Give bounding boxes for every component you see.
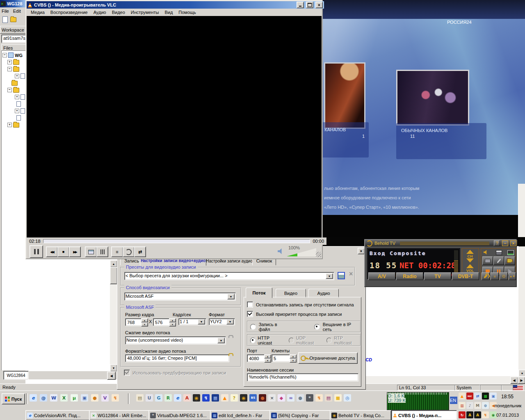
egg-app-icon[interactable]: ● — [91, 394, 98, 402]
tree-item[interactable] — [2, 121, 26, 128]
scroll-left-button[interactable] — [107, 372, 116, 380]
clients-field[interactable]: 5 — [272, 354, 291, 362]
high-priority-checkbox[interactable] — [247, 311, 253, 317]
tree-item[interactable] — [2, 87, 26, 94]
expand-icon[interactable] — [15, 95, 19, 99]
gears-icon[interactable]: * — [306, 394, 313, 402]
frame-width-spin-buttons[interactable] — [141, 318, 148, 326]
previous-button[interactable]: ◀◀ — [46, 247, 58, 257]
volume-up-button[interactable] — [466, 264, 474, 268]
cd-text[interactable]: CD — [365, 357, 372, 362]
frame-width-spinner[interactable]: 768 — [125, 318, 143, 326]
prebuffer-checkbox[interactable] — [124, 370, 130, 376]
clients-spin-buttons[interactable] — [290, 354, 297, 363]
tree-item[interactable] — [2, 73, 26, 80]
task-iar[interactable]: × WG12864 - IAR Embe... — [89, 410, 150, 420]
expand-icon[interactable] — [15, 109, 19, 113]
behold-close-button[interactable] — [510, 240, 516, 246]
access-restriction-button[interactable]: Ограничение доступа — [298, 352, 358, 364]
fold-button[interactable]: ▲▼ — [509, 272, 516, 280]
volume-speaker-icon[interactable] — [278, 248, 284, 254]
dialog-close-button[interactable] — [358, 248, 365, 254]
ide-menu-file[interactable]: File — [2, 9, 9, 14]
subtab-audio[interactable]: Аудио — [308, 289, 339, 298]
folder-quicklaunch-icon[interactable]: ■ — [334, 394, 342, 402]
dark-web-icon[interactable]: ● — [259, 394, 266, 402]
du-meter[interactable]: D: 1,6 K U: 739 K — [387, 392, 449, 410]
internet-explorer-2-icon[interactable]: e — [174, 394, 181, 402]
subtab-stream[interactable]: Поток — [246, 288, 272, 298]
globe-color-icon[interactable]: ◎ — [344, 394, 351, 402]
vlc-title-bar[interactable]: CVBS () - Медиа-проигрыватель VLC — [27, 1, 324, 9]
lan-connection-icon[interactable]: ▣ — [490, 393, 497, 399]
udp-multicast-radio[interactable] — [289, 338, 294, 343]
network-activity-icon[interactable]: ▦ — [482, 393, 489, 399]
clock-time[interactable]: 18:55 — [501, 394, 514, 399]
infinity-app-icon[interactable]: ∞ — [287, 394, 294, 402]
behold-display-icon[interactable] — [507, 250, 514, 255]
bs-player-icon[interactable]: BS — [249, 394, 257, 402]
tree-item[interactable] — [2, 59, 26, 66]
white-vscrollbar[interactable] — [518, 239, 525, 376]
editor-vscrollbar[interactable] — [110, 260, 117, 372]
fps-combo[interactable]: 1 / 1 — [178, 318, 206, 325]
fps-combo-dropdown[interactable] — [198, 319, 205, 324]
scroll-thumb[interactable] — [110, 267, 117, 284]
scheduler-button[interactable]: ⊙ — [500, 272, 508, 280]
acrobat-icon[interactable]: A — [183, 394, 191, 402]
help-doc-icon[interactable]: ? — [231, 394, 238, 402]
tree-item[interactable] — [2, 100, 26, 107]
audio-device-icon[interactable]: ♪ — [466, 402, 473, 409]
rtp-multicast-radio[interactable] — [326, 338, 332, 343]
ide-bottom-tab[interactable]: WG12864 — [3, 371, 29, 380]
capture-video-button[interactable] — [504, 256, 515, 265]
vlc-video-area[interactable] — [27, 16, 322, 237]
behold-help-button[interactable]: ? — [494, 240, 500, 246]
scheduler-clock-icon[interactable]: ⊙ — [482, 402, 489, 409]
winamp-2-icon[interactable]: ↯ — [315, 394, 323, 402]
clock-date[interactable]: 07.01.2013 — [496, 413, 519, 418]
color-wheel-icon[interactable]: ◆ — [278, 394, 285, 402]
expand-icon[interactable] — [7, 60, 12, 64]
port-spin-buttons[interactable] — [264, 354, 271, 363]
frame-height-spinner[interactable]: 576 — [153, 318, 171, 326]
behold-minimize-button[interactable] — [502, 240, 508, 246]
tree-item-root[interactable]: WG — [2, 52, 26, 59]
vlc-close-button[interactable] — [315, 2, 323, 8]
channel-up-button[interactable] — [466, 250, 474, 254]
menu-tools[interactable]: Инструменты — [128, 9, 162, 16]
menu-playback[interactable]: Воспроизведение — [48, 9, 90, 16]
sync-red-icon[interactable]: ↻ — [459, 411, 466, 418]
printer-icon[interactable]: ▤ — [136, 394, 144, 402]
playlist-button[interactable]: ≡ — [111, 247, 123, 257]
editor-hscrollbar[interactable] — [25, 371, 117, 379]
task-codevision[interactable]: e CodeVisionAVR. Под... — [25, 410, 91, 420]
white-hscrollbar[interactable] — [365, 376, 525, 383]
http-unicast-radio[interactable] — [250, 338, 256, 343]
flashget-icon[interactable]: ↯ — [202, 394, 210, 402]
method-combo[interactable]: Microsoft ASF — [124, 292, 236, 301]
stop-on-no-signal-row[interactable]: Останавливать запись при отсутствии сигн… — [247, 301, 354, 308]
video-compression-dropdown[interactable] — [217, 338, 225, 343]
fullscreen-button[interactable] — [85, 247, 97, 257]
outlook-icon[interactable]: @ — [40, 394, 47, 402]
ide-menu-edit[interactable]: Edit — [13, 9, 21, 14]
collapse-icon[interactable] — [2, 53, 7, 57]
task-vlc-active[interactable]: CVBS () - Медиа-п... — [391, 410, 457, 420]
winamp-tray-icon[interactable]: ↯ — [482, 411, 489, 418]
mode-tv-button[interactable]: TV — [424, 272, 451, 280]
next-button[interactable]: ▶▶ — [69, 247, 81, 257]
extended-settings-button[interactable] — [96, 247, 108, 257]
utorrent-icon[interactable]: µ — [71, 394, 78, 402]
winrar-icon[interactable]: ▤ — [325, 394, 332, 402]
vlc-quicklaunch-icon[interactable]: ▲ — [221, 394, 228, 402]
collapse-icon[interactable] — [7, 88, 12, 92]
record-to-file-radio[interactable] — [250, 324, 256, 330]
workspace-caption[interactable]: Workspace — [0, 26, 27, 34]
scroll-up-button[interactable] — [110, 260, 117, 267]
tree-item[interactable] — [2, 94, 26, 100]
excel-icon[interactable]: X — [60, 394, 68, 402]
expand-icon[interactable] — [7, 123, 12, 127]
behold-app-2-icon[interactable]: ◉ — [240, 394, 247, 402]
tree-item[interactable] — [2, 66, 26, 73]
